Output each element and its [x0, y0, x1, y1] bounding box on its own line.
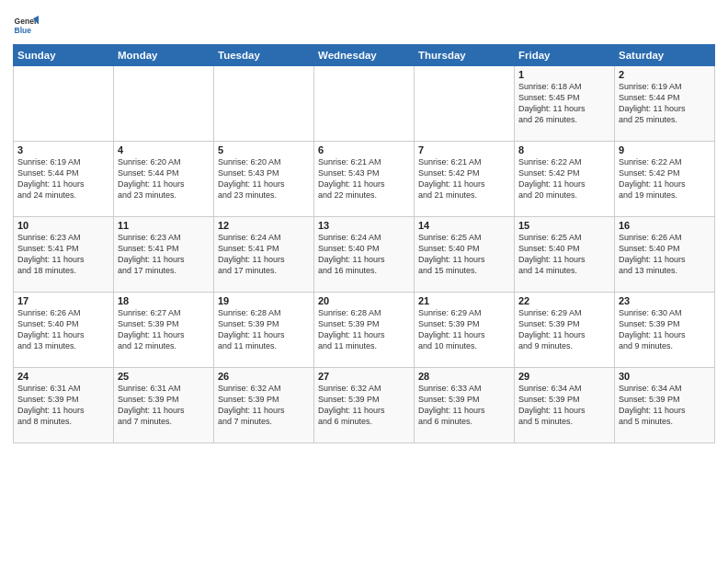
- day-info: Sunrise: 6:31 AM Sunset: 5:39 PM Dayligh…: [118, 383, 210, 428]
- day-info: Sunrise: 6:26 AM Sunset: 5:40 PM Dayligh…: [17, 307, 109, 352]
- day-number: 25: [118, 371, 210, 382]
- day-info: Sunrise: 6:34 AM Sunset: 5:39 PM Dayligh…: [518, 383, 610, 428]
- calendar-cell: 26Sunrise: 6:32 AM Sunset: 5:39 PM Dayli…: [214, 368, 314, 443]
- day-number: 7: [418, 144, 510, 155]
- day-info: Sunrise: 6:27 AM Sunset: 5:39 PM Dayligh…: [118, 307, 210, 352]
- day-number: 5: [218, 144, 310, 155]
- calendar-cell: 28Sunrise: 6:33 AM Sunset: 5:39 PM Dayli…: [415, 368, 515, 443]
- calendar-cell: 1Sunrise: 6:18 AM Sunset: 5:45 PM Daylig…: [515, 66, 615, 142]
- calendar-cell: 30Sunrise: 6:34 AM Sunset: 5:39 PM Dayli…: [615, 368, 715, 443]
- day-info: Sunrise: 6:20 AM Sunset: 5:44 PM Dayligh…: [118, 156, 210, 201]
- calendar-cell: 8Sunrise: 6:22 AM Sunset: 5:42 PM Daylig…: [515, 142, 615, 217]
- day-number: 6: [318, 144, 410, 155]
- calendar-week-row: 3Sunrise: 6:19 AM Sunset: 5:44 PM Daylig…: [14, 142, 715, 217]
- page: General Blue SundayMondayTuesdayWednesda…: [0, 0, 728, 563]
- calendar-cell: 18Sunrise: 6:27 AM Sunset: 5:39 PM Dayli…: [114, 293, 214, 368]
- day-info: Sunrise: 6:26 AM Sunset: 5:40 PM Dayligh…: [619, 232, 711, 277]
- calendar-cell: 21Sunrise: 6:29 AM Sunset: 5:39 PM Dayli…: [415, 293, 515, 368]
- day-number: 3: [17, 144, 109, 155]
- day-info: Sunrise: 6:22 AM Sunset: 5:42 PM Dayligh…: [619, 156, 711, 201]
- calendar-cell: 9Sunrise: 6:22 AM Sunset: 5:42 PM Daylig…: [615, 142, 715, 217]
- calendar-cell: 27Sunrise: 6:32 AM Sunset: 5:39 PM Dayli…: [314, 368, 415, 443]
- day-number: 11: [118, 220, 210, 231]
- calendar-week-row: 24Sunrise: 6:31 AM Sunset: 5:39 PM Dayli…: [14, 368, 715, 443]
- day-info: Sunrise: 6:21 AM Sunset: 5:43 PM Dayligh…: [318, 156, 410, 201]
- calendar-cell: 22Sunrise: 6:29 AM Sunset: 5:39 PM Dayli…: [515, 293, 615, 368]
- day-info: Sunrise: 6:22 AM Sunset: 5:42 PM Dayligh…: [518, 156, 610, 201]
- calendar-cell: 7Sunrise: 6:21 AM Sunset: 5:42 PM Daylig…: [415, 142, 515, 217]
- weekday-header: Wednesday: [314, 45, 415, 66]
- day-number: 4: [118, 144, 210, 155]
- svg-text:Blue: Blue: [15, 26, 32, 35]
- calendar-table: SundayMondayTuesdayWednesdayThursdayFrid…: [13, 44, 715, 443]
- day-info: Sunrise: 6:18 AM Sunset: 5:45 PM Dayligh…: [518, 81, 610, 126]
- day-number: 21: [418, 295, 510, 306]
- day-number: 10: [17, 220, 109, 231]
- day-number: 26: [218, 371, 310, 382]
- day-info: Sunrise: 6:29 AM Sunset: 5:39 PM Dayligh…: [418, 307, 510, 352]
- day-info: Sunrise: 6:24 AM Sunset: 5:41 PM Dayligh…: [218, 232, 310, 277]
- calendar-cell: 24Sunrise: 6:31 AM Sunset: 5:39 PM Dayli…: [14, 368, 114, 443]
- day-info: Sunrise: 6:23 AM Sunset: 5:41 PM Dayligh…: [17, 232, 109, 277]
- day-info: Sunrise: 6:20 AM Sunset: 5:43 PM Dayligh…: [218, 156, 310, 201]
- day-info: Sunrise: 6:19 AM Sunset: 5:44 PM Dayligh…: [619, 81, 711, 126]
- day-info: Sunrise: 6:29 AM Sunset: 5:39 PM Dayligh…: [518, 307, 610, 352]
- day-info: Sunrise: 6:19 AM Sunset: 5:44 PM Dayligh…: [17, 156, 109, 201]
- calendar-week-row: 17Sunrise: 6:26 AM Sunset: 5:40 PM Dayli…: [14, 293, 715, 368]
- day-info: Sunrise: 6:23 AM Sunset: 5:41 PM Dayligh…: [118, 232, 210, 277]
- day-info: Sunrise: 6:31 AM Sunset: 5:39 PM Dayligh…: [17, 383, 109, 428]
- calendar-cell: 20Sunrise: 6:28 AM Sunset: 5:39 PM Dayli…: [314, 293, 415, 368]
- day-number: 22: [518, 295, 610, 306]
- day-number: 20: [318, 295, 410, 306]
- calendar-cell: [214, 66, 314, 142]
- calendar-cell: [415, 66, 515, 142]
- header: General Blue: [13, 9, 715, 39]
- calendar-cell: 23Sunrise: 6:30 AM Sunset: 5:39 PM Dayli…: [615, 293, 715, 368]
- day-info: Sunrise: 6:32 AM Sunset: 5:39 PM Dayligh…: [218, 383, 310, 428]
- day-info: Sunrise: 6:25 AM Sunset: 5:40 PM Dayligh…: [518, 232, 610, 277]
- day-number: 24: [17, 371, 109, 382]
- calendar-cell: 4Sunrise: 6:20 AM Sunset: 5:44 PM Daylig…: [114, 142, 214, 217]
- day-number: 1: [518, 69, 610, 80]
- day-info: Sunrise: 6:34 AM Sunset: 5:39 PM Dayligh…: [619, 383, 711, 428]
- day-info: Sunrise: 6:28 AM Sunset: 5:39 PM Dayligh…: [218, 307, 310, 352]
- logo: General Blue: [13, 13, 39, 39]
- day-number: 23: [619, 295, 711, 306]
- weekday-header: Sunday: [14, 45, 114, 66]
- calendar-cell: 25Sunrise: 6:31 AM Sunset: 5:39 PM Dayli…: [114, 368, 214, 443]
- day-number: 18: [118, 295, 210, 306]
- day-number: 16: [619, 220, 711, 231]
- day-info: Sunrise: 6:33 AM Sunset: 5:39 PM Dayligh…: [418, 383, 510, 428]
- calendar-cell: 19Sunrise: 6:28 AM Sunset: 5:39 PM Dayli…: [214, 293, 314, 368]
- calendar-cell: 3Sunrise: 6:19 AM Sunset: 5:44 PM Daylig…: [14, 142, 114, 217]
- calendar-cell: [314, 66, 415, 142]
- calendar-cell: 12Sunrise: 6:24 AM Sunset: 5:41 PM Dayli…: [214, 217, 314, 293]
- day-info: Sunrise: 6:30 AM Sunset: 5:39 PM Dayligh…: [619, 307, 711, 352]
- calendar-cell: 6Sunrise: 6:21 AM Sunset: 5:43 PM Daylig…: [314, 142, 415, 217]
- calendar-cell: 2Sunrise: 6:19 AM Sunset: 5:44 PM Daylig…: [615, 66, 715, 142]
- calendar-cell: 13Sunrise: 6:24 AM Sunset: 5:40 PM Dayli…: [314, 217, 415, 293]
- day-number: 17: [17, 295, 109, 306]
- calendar-cell: 15Sunrise: 6:25 AM Sunset: 5:40 PM Dayli…: [515, 217, 615, 293]
- calendar-cell: 5Sunrise: 6:20 AM Sunset: 5:43 PM Daylig…: [214, 142, 314, 217]
- weekday-header: Friday: [515, 45, 615, 66]
- day-number: 29: [518, 371, 610, 382]
- calendar-week-row: 10Sunrise: 6:23 AM Sunset: 5:41 PM Dayli…: [14, 217, 715, 293]
- day-info: Sunrise: 6:25 AM Sunset: 5:40 PM Dayligh…: [418, 232, 510, 277]
- day-info: Sunrise: 6:28 AM Sunset: 5:39 PM Dayligh…: [318, 307, 410, 352]
- day-number: 2: [619, 69, 711, 80]
- day-number: 28: [418, 371, 510, 382]
- weekday-header-row: SundayMondayTuesdayWednesdayThursdayFrid…: [14, 45, 715, 66]
- weekday-header: Tuesday: [214, 45, 314, 66]
- weekday-header: Thursday: [415, 45, 515, 66]
- calendar-cell: 11Sunrise: 6:23 AM Sunset: 5:41 PM Dayli…: [114, 217, 214, 293]
- calendar-week-row: 1Sunrise: 6:18 AM Sunset: 5:45 PM Daylig…: [14, 66, 715, 142]
- calendar-cell: 29Sunrise: 6:34 AM Sunset: 5:39 PM Dayli…: [515, 368, 615, 443]
- day-number: 14: [418, 220, 510, 231]
- calendar-cell: [14, 66, 114, 142]
- calendar-cell: 16Sunrise: 6:26 AM Sunset: 5:40 PM Dayli…: [615, 217, 715, 293]
- day-info: Sunrise: 6:32 AM Sunset: 5:39 PM Dayligh…: [318, 383, 410, 428]
- day-info: Sunrise: 6:21 AM Sunset: 5:42 PM Dayligh…: [418, 156, 510, 201]
- day-number: 15: [518, 220, 610, 231]
- day-number: 30: [619, 371, 711, 382]
